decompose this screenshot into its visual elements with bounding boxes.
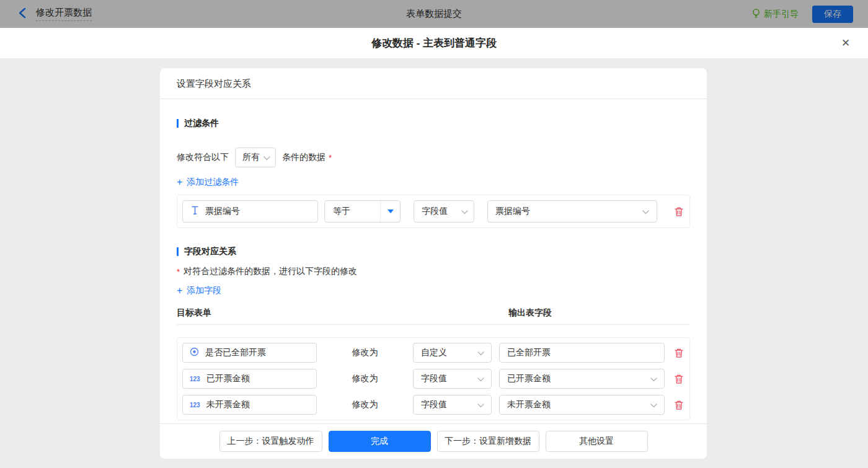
workflow-name[interactable]: 修改开票数据 (36, 7, 92, 21)
chevron-down-icon (477, 348, 484, 358)
dialog-footer: 上一步：设置触发动作 完成 下一步：设置新增数据 其他设置 (160, 423, 707, 459)
condition-operator-select[interactable]: 等于 (324, 200, 401, 223)
done-button[interactable]: 完成 (329, 431, 431, 452)
target-field-select[interactable]: 123 未开票金额 (182, 395, 317, 415)
chevron-down-icon (477, 374, 484, 384)
condition-value-select[interactable]: 票据编号 (487, 200, 657, 223)
modify-label: 修改为 (317, 373, 413, 384)
section-accent-bar (177, 247, 179, 256)
modify-label: 修改为 (317, 347, 413, 358)
delete-condition-button[interactable] (673, 206, 684, 217)
output-field-select[interactable]: 已开票金额 (499, 369, 665, 389)
mapping-description: * 对符合过滤条件的数据，进行以下字段的修改 (177, 266, 690, 277)
col-target-form: 目标表单 (177, 307, 508, 319)
next-step-button[interactable]: 下一步：设置新增数据 (437, 431, 539, 452)
match-mode-select[interactable]: 所有 (235, 148, 276, 167)
number-field-icon: 123 (190, 402, 200, 408)
mapping-row: 123 未开票金额 修改为 字段值 未开票金额 (182, 395, 684, 415)
delete-row-button[interactable] (673, 399, 684, 410)
add-filter-condition-link[interactable]: + 添加过滤条件 (177, 177, 239, 188)
mapping-table-header: 目标表单 输出表字段 (177, 307, 690, 325)
dialog-title: 修改数据 - 主表到普通字段 (0, 28, 868, 59)
back-button[interactable] (16, 8, 29, 20)
number-field-icon: 123 (190, 376, 200, 382)
match-prefix-label: 修改符合以下 (177, 152, 229, 163)
mapping-row: 123 已开票金额 修改为 字段值 已开票金额 (182, 369, 684, 389)
plus-icon: + (177, 286, 182, 295)
mapping-row: 是否已全部开票 修改为 自定义 (182, 343, 684, 363)
match-suffix-label: 条件的数据 (282, 152, 326, 163)
target-field-select[interactable]: 123 已开票金额 (182, 369, 317, 389)
plus-icon: + (177, 178, 182, 187)
filter-section-title: 过滤条件 (177, 118, 690, 129)
section-accent-bar (177, 119, 179, 128)
required-asterisk: * (329, 153, 332, 162)
output-field-select[interactable]: 未开票金额 (499, 395, 665, 415)
card-title: 设置字段对应关系 (160, 68, 707, 99)
back-chevron-icon (18, 7, 27, 21)
filter-conditions-group: 票据编号 等于 字段值 票据编号 (177, 195, 690, 228)
beginner-guide-link[interactable]: 新手引导 (751, 8, 799, 20)
settings-card: 设置字段对应关系 过滤条件 修改符合以下 所有 条件的数据 * + (160, 68, 707, 459)
trash-icon (674, 348, 684, 358)
custom-value-input[interactable] (499, 343, 665, 363)
target-field-select[interactable]: 是否已全部开票 (182, 343, 317, 363)
chevron-down-icon (650, 374, 657, 384)
triangle-down-icon (388, 210, 394, 213)
trash-icon (674, 400, 684, 410)
radio-field-icon (190, 347, 199, 358)
modify-mode-select[interactable]: 字段值 (413, 395, 492, 415)
text-field-icon (191, 206, 199, 217)
save-button[interactable]: 保存 (812, 6, 853, 23)
delete-row-button[interactable] (673, 347, 684, 358)
dropdown-arrow-segment[interactable] (380, 201, 400, 222)
delete-row-button[interactable] (673, 373, 684, 384)
topbar: 修改开票数据 表单数据提交 新手引导 保存 (0, 0, 868, 28)
guide-label: 新手引导 (764, 9, 799, 20)
mapping-section-title: 字段对应关系 (177, 246, 690, 257)
modify-label: 修改为 (317, 399, 413, 410)
condition-value-type-select[interactable]: 字段值 (414, 200, 474, 223)
chevron-down-icon (461, 206, 468, 216)
filter-condition-row: 票据编号 等于 字段值 票据编号 (182, 200, 684, 223)
dialog-body: 设置字段对应关系 过滤条件 修改符合以下 所有 条件的数据 * + (0, 60, 868, 468)
chevron-down-icon (650, 400, 657, 410)
modify-mode-select[interactable]: 字段值 (413, 369, 492, 389)
required-asterisk: * (177, 267, 180, 276)
modify-mode-select[interactable]: 自定义 (413, 343, 492, 363)
chevron-down-icon (642, 206, 649, 216)
other-settings-button[interactable]: 其他设置 (546, 431, 648, 452)
lightbulb-icon (751, 8, 761, 20)
chevron-down-icon (477, 400, 484, 410)
close-icon[interactable]: ✕ (838, 36, 853, 51)
page-title: 表单数据提交 (0, 8, 868, 20)
chevron-down-icon (264, 152, 270, 162)
add-field-link[interactable]: + 添加字段 (177, 285, 221, 296)
dialog-header: 修改数据 - 主表到普通字段 ✕ (0, 28, 868, 59)
trash-icon (674, 374, 684, 384)
prev-step-button[interactable]: 上一步：设置触发动作 (219, 431, 322, 452)
trash-icon (674, 206, 684, 217)
condition-field-select[interactable]: 票据编号 (182, 200, 318, 223)
mapping-rows-group: 是否已全部开票 修改为 自定义 (177, 337, 690, 420)
col-output-field: 输出表字段 (508, 307, 552, 319)
